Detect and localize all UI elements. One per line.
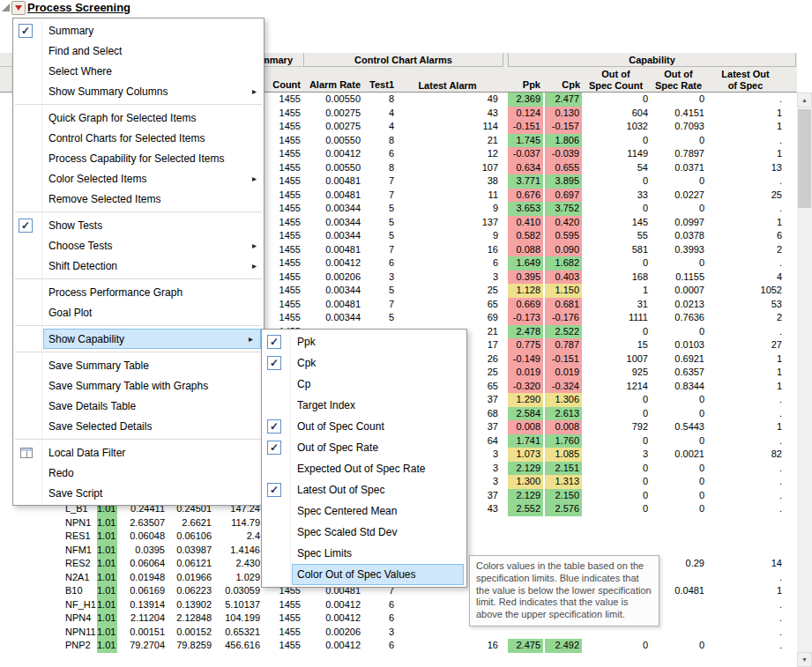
menu-item-save-details-table[interactable]: Save Details Table [13,396,264,416]
cell-test1: 5 [363,202,397,216]
cell-stab: 1.01 [97,544,117,558]
cell-v3 [214,653,263,667]
menu-item-spec-centered-mean[interactable]: Spec Centered Mean [262,500,466,522]
menu-item-save-script[interactable]: Save Script [13,483,264,503]
menu-item-find-and-select[interactable]: Find and Select [13,41,264,61]
menu-item-summary[interactable]: ✓Summary [13,20,264,41]
menu-item-local-data-filter[interactable]: Local Data Filter [13,442,264,463]
cell-ppk: 0.669 [508,298,543,312]
menu-item-process-performance-graph[interactable]: Process Performance Graph [13,282,264,302]
cell-count: 1455 [263,611,303,626]
cell-latest_alarm: 38 [397,174,501,189]
column-gap [501,420,508,434]
cell-alarm_rate: 0.00412 [303,611,363,626]
scrollbar-up-arrow[interactable]: ▲ [797,93,812,107]
cell-oos_rate: 0 [651,93,707,107]
cell-test1: 8 [363,134,397,148]
column-header-cpk[interactable]: Cpk [546,79,583,92]
cell-oos_count: 0 [582,475,651,489]
menu-item-show-summary-columns[interactable]: Show Summary Columns▸ [13,81,264,101]
cell-process: NF_H1 [63,598,97,612]
cell-cpk: -0.151 [545,352,582,367]
checkmark-icon: ✓ [267,356,281,370]
table-row[interactable]: NPN41.012.112042.12848104.19914550.00412… [0,611,797,626]
menu-item-process-capability-for-selected-items[interactable]: Process Capability for Selected Items [13,148,264,168]
menu-item-save-summary-table-with-graphs[interactable]: Save Summary Table with Graphs [13,375,264,396]
cell-latest_oos: 2 [707,311,785,325]
column-header-latest_oos[interactable]: Latest Out of Spec [708,69,786,92]
cell-v1: 0.00151 [117,626,168,640]
menu-item-show-capability[interactable]: Show Capability▸ [43,329,261,349]
cell-oos_count: 1032 [582,120,651,134]
column-header-spacer [501,90,508,92]
cell-latest_alarm: 137 [397,216,501,230]
column-header-ppk[interactable]: Ppk [508,79,543,92]
column-gap [501,134,508,148]
cell-oos_count: 0 [582,502,651,516]
menu-item-ppk[interactable]: ✓Ppk [262,331,466,352]
menu-item-label: Cp [297,378,310,390]
menu-item-label: Redo [48,467,74,479]
submenu-arrow-icon: ▸ [252,261,257,271]
menu-item-remove-selected-items[interactable]: Remove Selected Items [13,189,264,209]
column-header-test1[interactable]: Test1 [363,79,397,92]
menu-item-expected-out-of-spec-rate[interactable]: Expected Out of Spec Rate [262,458,466,479]
menu-item-label: Process Capability for Selected Items [48,152,224,165]
cell-latest_alarm: 12 [397,147,501,161]
menu-item-save-summary-table[interactable]: Save Summary Table [13,355,264,375]
menu-separator [15,278,262,279]
menu-item-spec-scaled-std-dev[interactable]: Spec Scaled Std Dev [262,522,466,543]
cell-stab: 1.01 [97,530,117,544]
column-header-oos_count[interactable]: Out of Spec Count [583,69,652,92]
cell-ppk [508,516,543,530]
cell-oos_count: 0 [582,202,651,216]
cell-oos_rate [651,653,707,667]
column-header-count[interactable]: Count [263,79,303,92]
vertical-scrollbar[interactable]: ▲ ▼ [797,93,812,667]
menu-item-goal-plot[interactable]: Goal Plot [13,302,264,322]
column-header-alarm_rate[interactable]: Alarm Rate [303,79,363,92]
menu-item-latest-out-of-spec[interactable]: ✓Latest Out of Spec [262,479,466,500]
menu-item-target-index[interactable]: Target Index [262,395,466,416]
outline-disclosure-icon[interactable] [2,4,10,11]
cell-alarm_rate: 0.00412 [303,147,363,161]
cell-process: B10 [63,584,97,598]
cell-alarm_rate: 0.00550 [303,134,363,148]
menu-item-out-of-spec-rate[interactable]: ✓Out of Spec Rate [262,437,466,458]
column-header-oos_rate[interactable]: Out of Spec Rate [652,69,708,92]
column-gap [501,120,508,134]
menu-item-shift-detection[interactable]: Shift Detection▸ [13,256,264,276]
cell-latest_alarm: 107 [397,161,501,175]
cell-latest_oos: 4 [707,271,785,285]
menu-item-show-tests[interactable]: ✓Show Tests [13,215,264,235]
cell-latest_alarm: 16 [397,639,501,653]
menu-item-cpk[interactable]: ✓Cpk [262,352,466,374]
menu-item-quick-graph-for-selected-items[interactable]: Quick Graph for Selected Items [13,107,264,128]
menu-item-select-where[interactable]: Select Where [13,61,264,81]
cell-oos_count: 0 [582,325,651,339]
table-row[interactable]: NPN111.010.001510.001520.6532114550.0020… [0,626,797,640]
menu-item-label: Choose Tests [48,240,113,252]
scrollbar-down-arrow[interactable]: ▼ [797,652,812,667]
cell-latest_oos: 6 [707,229,785,243]
cell-v1: 0.06064 [117,557,168,571]
column-header-latest_alarm[interactable]: Latest Alarm [397,80,501,93]
cell-latest_oos: . [707,611,785,626]
scrollbar-thumb[interactable] [798,109,811,208]
menu-item-color-out-of-spec-values[interactable]: Color Out of Spec Values [292,564,464,585]
red-triangle-menu-button[interactable] [11,1,26,15]
menu-item-control-charts-for-selected-items[interactable]: Control Charts for Selected Items [13,128,264,148]
menu-item-spec-limits[interactable]: Spec Limits [262,543,466,564]
menu-item-redo[interactable]: Redo [13,463,264,483]
menu-item-choose-tests[interactable]: Choose Tests▸ [13,235,264,256]
table-row[interactable]: NF_H11.010.139140.139025.1013714550.0041… [0,598,797,612]
menu-item-save-selected-details[interactable]: Save Selected Details [13,416,264,436]
table-row[interactable]: PNP21.0179.270479.8259456.61614550.00412… [0,639,797,653]
cell-latest_alarm: 6 [397,256,501,271]
menu-item-cp[interactable]: Cp [262,374,466,395]
menu-item-color-selected-items[interactable]: Color Selected Items▸ [13,168,264,189]
cell-cpk: 0.595 [545,229,582,243]
table-row[interactable] [0,653,797,667]
menu-item-out-of-spec-count[interactable]: ✓Out of Spec Count [262,416,466,437]
cell-latest_alarm [397,626,501,640]
